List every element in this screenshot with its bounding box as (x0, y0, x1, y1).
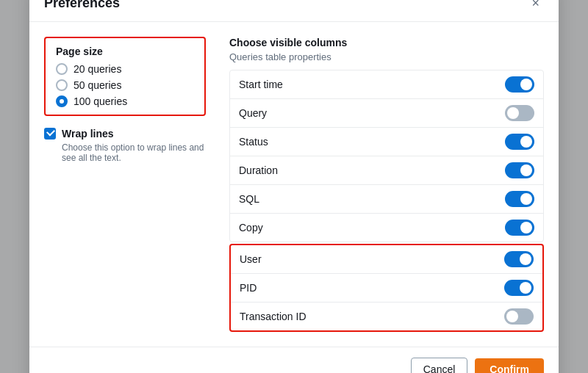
col-pid: PID (240, 282, 257, 294)
page-size-box: Page size 20 queries 50 queries 100 q (44, 37, 206, 116)
wrap-lines-checkbox[interactable] (44, 128, 56, 140)
toggle-duration[interactable] (505, 162, 534, 178)
left-panel: Page size 20 queries 50 queries 100 q (44, 37, 206, 332)
cancel-button[interactable]: Cancel (411, 358, 468, 374)
column-row-status: Status (230, 128, 543, 156)
toggle-duration-slider (505, 162, 534, 178)
columns-subtitle: Queries table properties (229, 51, 544, 62)
modal-backdrop: Preferences × Page size 20 queries (0, 0, 588, 373)
modal-title: Preferences (44, 0, 120, 11)
preferences-modal: Preferences × Page size 20 queries (29, 0, 559, 373)
toggle-copy-slider (505, 220, 534, 236)
col-query: Query (239, 107, 267, 119)
col-sql: SQL (239, 193, 259, 205)
toggle-transaction-id[interactable] (504, 308, 534, 325)
col-status: Status (239, 136, 268, 148)
radio-group: 20 queries 50 queries 100 queries (56, 63, 194, 107)
toggle-copy[interactable] (505, 220, 534, 236)
column-row-user: User (231, 245, 542, 274)
radio-20-label: 20 queries (74, 63, 121, 75)
radio-100-label: 100 queries (74, 95, 127, 107)
highlight-wrapper: User PID Transaction (229, 244, 544, 332)
wrap-lines-section: Wrap lines Choose this option to wrap li… (44, 128, 206, 163)
columns-title: Choose visible columns (229, 37, 544, 48)
modal-footer: Cancel Confirm (29, 347, 559, 374)
toggle-status-slider (505, 134, 534, 150)
close-button[interactable]: × (527, 0, 544, 12)
toggle-pid[interactable] (504, 280, 534, 296)
page-size-label: Page size (56, 46, 194, 57)
toggle-query-slider (505, 105, 534, 121)
radio-100-input[interactable] (56, 95, 68, 107)
confirm-button[interactable]: Confirm (475, 358, 544, 374)
right-panel: Choose visible columns Queries table pro… (229, 37, 544, 332)
col-start-time: Start time (239, 79, 283, 90)
wrap-lines-row: Wrap lines (44, 128, 206, 140)
toggle-query[interactable] (505, 105, 534, 121)
toggle-start-time[interactable] (505, 76, 534, 93)
column-row-sql: SQL (230, 185, 543, 214)
toggle-sql-slider (505, 191, 534, 207)
column-row-query: Query (230, 99, 543, 128)
wrap-lines-description: Choose this option to wrap lines and see… (62, 142, 206, 163)
column-row-transaction-id: Transaction ID (231, 303, 542, 330)
radio-20-input[interactable] (56, 63, 68, 75)
column-row-copy: Copy (230, 214, 543, 242)
column-row-start-time: Start time (230, 70, 543, 99)
radio-100[interactable]: 100 queries (56, 95, 194, 107)
wrap-lines-label: Wrap lines (62, 128, 114, 140)
toggle-user[interactable] (504, 251, 534, 267)
toggle-transaction-id-slider (504, 308, 534, 325)
col-copy: Copy (239, 222, 263, 233)
radio-50-input[interactable] (56, 79, 68, 91)
column-row-duration: Duration (230, 156, 543, 185)
toggle-status[interactable] (505, 134, 534, 150)
col-transaction-id: Transaction ID (240, 311, 306, 322)
col-user: User (240, 253, 262, 265)
modal-header: Preferences × (29, 0, 559, 22)
toggle-pid-slider (504, 280, 534, 296)
radio-20[interactable]: 20 queries (56, 63, 194, 75)
columns-list-top: Start time Query Sta (229, 70, 544, 242)
modal-body: Page size 20 queries 50 queries 100 q (29, 22, 559, 347)
toggle-user-slider (504, 251, 534, 267)
toggle-start-time-slider (505, 76, 534, 93)
col-duration: Duration (239, 164, 278, 176)
radio-50[interactable]: 50 queries (56, 79, 194, 91)
radio-50-label: 50 queries (74, 79, 121, 91)
toggle-sql[interactable] (505, 191, 534, 207)
column-row-pid: PID (231, 274, 542, 303)
